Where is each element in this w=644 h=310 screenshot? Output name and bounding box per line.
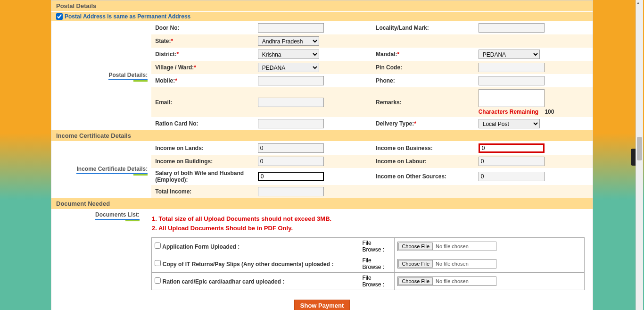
ration-input[interactable] (258, 119, 324, 128)
doc-app-label: Application Form Uploaded : (162, 243, 239, 250)
chars-remaining-label: Characters Remaining (479, 109, 538, 115)
income-side-label: Income Certificate Details: (76, 166, 148, 174)
income-other-input[interactable] (479, 172, 545, 181)
postal-side-label: Postal Details: (108, 72, 148, 80)
income-buildings-input[interactable] (258, 157, 324, 166)
doc-ration-choose-btn[interactable]: Choose File (398, 277, 433, 285)
side-feedback-tab[interactable] (631, 149, 636, 166)
docs-warning: 1. Total size of all Upload Documents sh… (147, 211, 589, 235)
docs-warn-1: 1. Total size of all Upload Documents sh… (152, 214, 584, 224)
form-container: Postal Details Postal Address is same as… (51, 0, 593, 310)
doc-ration-file-status: No file chosen (436, 278, 469, 284)
income-buildings-label: Income on Buildings: (151, 155, 254, 168)
same-as-permanent-row: Postal Address is same as Permanent Addr… (51, 12, 593, 21)
state-select[interactable]: Andhra Pradesh (258, 36, 319, 46)
postal-side-label-cell: Postal Details: (51, 21, 151, 130)
phone-input[interactable] (479, 76, 545, 85)
doc-row-application: Application Form Uploaded : File Browse … (152, 238, 584, 255)
doc-ration-browse-label: File Browse : (359, 273, 395, 290)
show-payment-button[interactable]: Show Payment (294, 300, 350, 310)
doc-app-file-status: No file chosen (436, 243, 469, 249)
delivery-label: Delivery Type: (376, 120, 414, 127)
mandal-label: Mandal: (376, 51, 397, 58)
district-select[interactable]: Krishna (258, 50, 319, 59)
email-label: Email: (151, 87, 254, 117)
locality-label: Locality/Land Mark: (372, 21, 475, 34)
income-business-input[interactable] (479, 143, 545, 153)
mobile-input[interactable] (258, 76, 324, 85)
income-salary-input[interactable] (258, 172, 324, 181)
delivery-select[interactable]: Local Post (479, 119, 540, 128)
income-form-table: Income Certificate Details: Income on La… (51, 142, 593, 198)
same-as-permanent-label: Postal Address is same as Permanent Addr… (65, 13, 190, 20)
doc-it-choose-btn[interactable]: Choose File (398, 260, 433, 268)
income-total-input[interactable] (258, 187, 324, 196)
docs-section-header: Document Needed (51, 198, 593, 209)
doc-it-checkbox[interactable] (155, 260, 161, 266)
doc-app-file-widget: Choose File No file chosen (397, 242, 496, 251)
pincode-label: Pin Code: (372, 61, 475, 74)
scrollbar[interactable] (636, 0, 643, 310)
docs-upload-table: Application Form Uploaded : File Browse … (151, 237, 584, 290)
door-no-input[interactable] (258, 23, 324, 33)
district-label: District: (155, 51, 176, 58)
doc-ration-checkbox[interactable] (155, 277, 161, 284)
pincode-input[interactable] (479, 63, 545, 72)
doc-app-choose-btn[interactable]: Choose File (398, 243, 433, 250)
doc-ration-label: Ration card/Epic card/aadhar card upload… (163, 278, 285, 285)
action-row: Show Payment (51, 296, 593, 310)
doc-app-browse-label: File Browse : (359, 238, 395, 255)
income-section-header: Income Certificate Details (51, 130, 593, 142)
postal-details-header: Postal Details (51, 0, 593, 12)
income-business-label: Income on Business: (372, 142, 475, 155)
postal-form-table: Postal Details: Door No: Locality/Land M… (51, 21, 593, 130)
doc-it-file-status: No file chosen (436, 261, 469, 267)
same-as-permanent-checkbox[interactable] (56, 13, 63, 20)
doc-row-ration: Ration card/Epic card/aadhar card upload… (152, 273, 584, 290)
door-no-label: Door No: (151, 21, 254, 34)
income-labour-input[interactable] (479, 157, 545, 166)
village-label: Village / Ward: (155, 64, 194, 71)
docs-side-label: Documents List: (95, 211, 140, 220)
scrollbar-thumb[interactable] (637, 137, 642, 160)
doc-ration-file-widget: Choose File No file chosen (397, 276, 496, 286)
docs-side-label-cell: Documents List: (51, 209, 143, 296)
chars-remaining-count: 100 (540, 109, 554, 115)
remarks-textarea[interactable] (479, 89, 545, 107)
income-total-label: Total Income: (151, 185, 254, 198)
income-lands-label: Income on Lands: (151, 142, 254, 155)
email-input[interactable] (258, 98, 324, 107)
remarks-label: Remarks: (372, 87, 475, 117)
doc-it-browse-label: File Browse : (359, 255, 395, 273)
ration-label: Ration Card No: (151, 117, 254, 130)
mandal-select[interactable]: PEDANA (479, 50, 540, 59)
locality-input[interactable] (479, 23, 545, 33)
doc-it-file-widget: Choose File No file chosen (397, 259, 496, 268)
phone-label: Phone: (372, 74, 475, 87)
income-lands-input[interactable] (258, 143, 324, 153)
state-label: State: (155, 38, 171, 44)
docs-layout-table: Documents List: 1. Total size of all Upl… (51, 209, 593, 296)
village-select[interactable]: PEDANA (258, 63, 319, 72)
income-side-label-cell: Income Certificate Details: (51, 142, 151, 198)
income-other-label: Income on Other Sources: (372, 168, 475, 185)
doc-it-label: Copy of IT Returns/Pay Slips (Any other … (163, 261, 334, 268)
income-labour-label: Income on Labour: (372, 155, 475, 168)
mobile-label: Mobile: (155, 77, 175, 84)
income-salary-label: Salary of both Wife and Husband (Employe… (151, 168, 254, 185)
doc-app-checkbox[interactable] (155, 243, 161, 249)
docs-warn-2: 2. All Upload Documents Should be in PDF… (152, 224, 584, 233)
doc-row-it-returns: Copy of IT Returns/Pay Slips (Any other … (152, 255, 584, 273)
